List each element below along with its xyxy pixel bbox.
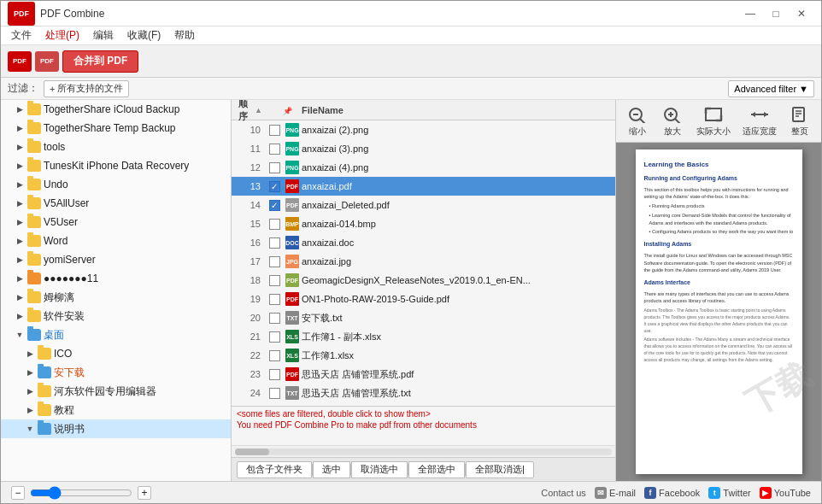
row-checkbox[interactable] bbox=[266, 237, 283, 249]
deselect-button[interactable]: 取消选中 bbox=[351, 461, 408, 478]
contact-us-link[interactable]: Contact us bbox=[541, 488, 586, 498]
file-list[interactable]: 10 PNG anxaizai (2).png 11 PNG anxaizai … bbox=[232, 120, 615, 406]
tree-item[interactable]: ▶ 姆柳漓 bbox=[1, 288, 231, 307]
checkbox-icon[interactable] bbox=[269, 256, 280, 267]
checkbox-icon[interactable]: ✓ bbox=[269, 181, 280, 192]
filter-message[interactable]: <some files are filtered, double click t… bbox=[237, 409, 610, 419]
row-checkbox[interactable] bbox=[266, 275, 283, 286]
row-checkbox[interactable] bbox=[266, 331, 283, 343]
row-checkbox[interactable] bbox=[266, 125, 283, 136]
tree-item[interactable]: ▶ V5AllUser bbox=[1, 194, 231, 213]
file-row[interactable]: 22 XLS 工作簿1.xlsx bbox=[232, 346, 615, 365]
file-row[interactable]: 20 TXT 安下载.txt bbox=[232, 308, 615, 327]
zoom-plus-button[interactable]: + bbox=[138, 486, 151, 500]
checkbox-icon[interactable] bbox=[269, 369, 280, 380]
fit-width-button[interactable]: 适应宽度 bbox=[737, 103, 782, 140]
row-checkbox[interactable] bbox=[266, 256, 283, 267]
menu-file[interactable]: 文件 bbox=[4, 26, 38, 44]
checkbox-icon[interactable] bbox=[269, 125, 280, 136]
tree-item[interactable]: ▶ 安下载 bbox=[1, 363, 231, 382]
menu-favorites[interactable]: 收藏(F) bbox=[120, 26, 167, 44]
row-checkbox[interactable] bbox=[266, 219, 283, 230]
file-row[interactable]: 19 PDF ON1-Photo-RAW-2019-5-Guide.pdf bbox=[232, 290, 615, 308]
zoom-out-button[interactable]: 缩小 bbox=[620, 103, 655, 140]
actual-size-button[interactable]: 实际大小 bbox=[691, 103, 736, 140]
file-row[interactable]: 17 JPG anxaizai.jpg bbox=[232, 252, 615, 271]
email-social-item[interactable]: ✉ E-mail bbox=[595, 487, 636, 499]
zoom-minus-button[interactable]: − bbox=[11, 486, 25, 500]
zoom-slider[interactable] bbox=[30, 486, 132, 500]
row-checkbox[interactable] bbox=[266, 162, 283, 173]
checkbox-icon[interactable] bbox=[269, 313, 280, 324]
checkbox-icon[interactable]: ✓ bbox=[269, 200, 280, 211]
row-checkbox[interactable] bbox=[266, 313, 283, 324]
checkbox-icon[interactable] bbox=[269, 275, 280, 286]
tree-item[interactable]: ▼ 桌面 bbox=[1, 325, 231, 344]
checkbox-icon[interactable] bbox=[269, 162, 280, 173]
close-button[interactable]: ✕ bbox=[789, 4, 814, 23]
file-row[interactable]: 23 PDF 思迅天店 店铺管理系统.pdf bbox=[232, 365, 615, 384]
row-checkbox[interactable] bbox=[266, 388, 283, 399]
tree-item-selected[interactable]: ▼ 说明书 bbox=[1, 419, 231, 438]
checkbox-icon[interactable] bbox=[269, 294, 280, 305]
file-row[interactable]: 10 PNG anxaizai (2).png bbox=[232, 120, 615, 139]
file-row[interactable]: 11 PNG anxaizai (3).png bbox=[232, 139, 615, 158]
tree-item[interactable]: ▶ TogetherShare Temp Backup bbox=[1, 119, 231, 138]
menu-help[interactable]: 帮助 bbox=[167, 26, 202, 44]
fit-page-button[interactable]: 整页 bbox=[783, 103, 817, 140]
horizontal-scrollbar[interactable] bbox=[232, 445, 615, 457]
file-row[interactable]: 16 DOC anxaizai.doc bbox=[232, 233, 615, 252]
twitter-social-item[interactable]: t Twitter bbox=[708, 487, 750, 499]
file-row[interactable]: 12 PNG anxaizai (4).png bbox=[232, 158, 615, 177]
checkbox-icon[interactable] bbox=[269, 350, 280, 361]
tree-panel[interactable]: ▶ TogetherShare iCloud Backup ▶ Together… bbox=[1, 100, 232, 481]
h-scroll-thumb[interactable] bbox=[235, 448, 269, 455]
checkbox-icon[interactable] bbox=[269, 144, 280, 155]
tree-item[interactable]: ▶ ●●●●●●●11 bbox=[1, 269, 231, 288]
menu-process[interactable]: 处理(P) bbox=[38, 26, 86, 44]
youtube-social-item[interactable]: ▶ YouTube bbox=[760, 487, 811, 499]
tree-item[interactable]: ▶ 教程 bbox=[1, 401, 231, 419]
file-row-selected[interactable]: 13 ✓ PDF anxaizai.pdf bbox=[232, 177, 615, 196]
checkbox-icon[interactable] bbox=[269, 331, 280, 343]
tree-item[interactable]: ▶ Undo bbox=[1, 175, 231, 194]
checkbox-icon[interactable] bbox=[269, 237, 280, 249]
file-row[interactable]: 14 ✓ PDF anxaizai_Deleted.pdf bbox=[232, 196, 615, 214]
file-row[interactable]: 15 BMP anxaizai-014.bmp bbox=[232, 214, 615, 233]
tree-item[interactable]: ▶ 河东软件园专用编辑器 bbox=[1, 382, 231, 401]
maximize-button[interactable]: □ bbox=[763, 4, 789, 23]
tree-item[interactable]: ▶ 软件安装 bbox=[1, 307, 231, 325]
merge-button[interactable]: 合并到 PDF bbox=[62, 50, 138, 73]
tree-item[interactable]: ▶ yomiServer bbox=[1, 250, 231, 269]
row-checkbox[interactable] bbox=[266, 294, 283, 305]
tree-item[interactable]: ▶ Word bbox=[1, 231, 231, 250]
tree-item[interactable]: ▶ tools bbox=[1, 138, 231, 156]
tree-item[interactable]: ▶ V5User bbox=[1, 213, 231, 231]
col-filename[interactable]: FileName bbox=[302, 105, 600, 115]
select-all-button[interactable]: 全部选中 bbox=[408, 461, 465, 478]
include-subfolders-button[interactable]: 包含子文件夹 bbox=[237, 461, 312, 478]
file-row[interactable]: 24 TXT 思迅天店 店铺管理系统.txt bbox=[232, 384, 615, 402]
advanced-filter-button[interactable]: Advanced filter ▼ bbox=[728, 80, 814, 97]
deselect-all-button[interactable]: 全部取消选| bbox=[466, 461, 534, 478]
file-row[interactable]: 21 XLS 工作簿1 - 副本.xlsx bbox=[232, 327, 615, 346]
row-checkbox[interactable] bbox=[266, 144, 283, 155]
tree-item[interactable]: ▶ TunesKit iPhone Data Recovery bbox=[1, 156, 231, 175]
row-checkbox[interactable] bbox=[266, 369, 283, 380]
minimize-button[interactable]: — bbox=[737, 4, 763, 23]
file-row[interactable]: 18 PDF GeomagicDesignX_ReleaseNotes_v201… bbox=[232, 271, 615, 290]
facebook-social-item[interactable]: f Facebook bbox=[644, 487, 700, 499]
checkbox-icon[interactable] bbox=[269, 219, 280, 230]
add-files-button[interactable]: + 所有支持的文件 bbox=[44, 80, 129, 97]
menu-edit[interactable]: 编辑 bbox=[86, 26, 120, 44]
row-checkbox[interactable]: ✓ bbox=[266, 200, 283, 211]
select-button[interactable]: 选中 bbox=[313, 461, 350, 478]
col-order[interactable]: 顺序 ▲ bbox=[235, 100, 266, 123]
zoom-in-button[interactable]: 放大 bbox=[655, 103, 690, 140]
row-checkbox[interactable] bbox=[266, 350, 283, 361]
row-checkbox[interactable]: ✓ bbox=[266, 181, 283, 192]
tree-item[interactable]: ▶ ICO bbox=[1, 344, 231, 363]
twitter-icon: t bbox=[708, 487, 720, 499]
checkbox-icon[interactable] bbox=[269, 388, 280, 399]
tree-item[interactable]: ▶ TogetherShare iCloud Backup bbox=[1, 100, 231, 119]
